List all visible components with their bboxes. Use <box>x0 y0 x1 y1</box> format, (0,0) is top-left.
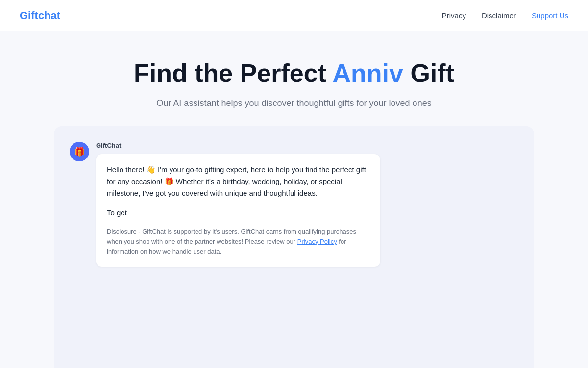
hero-subtitle: Our AI assistant helps you discover thou… <box>10 98 578 108</box>
hero-title-end: Gift <box>403 59 454 87</box>
chat-section: 🎁 GiftChat Hello there! 👋 I'm your go-to… <box>0 126 588 368</box>
chat-bubble: Hello there! 👋 I'm your go-to gifting ex… <box>96 154 380 267</box>
nav-links: Privacy Disclaimer Support Us <box>442 11 568 20</box>
nav-link-privacy[interactable]: Privacy <box>442 11 466 20</box>
chat-message-row: 🎁 GiftChat Hello there! 👋 I'm your go-to… <box>70 142 518 267</box>
hero-section: Find the Perfect Anniv Gift Our AI assis… <box>0 31 588 126</box>
chat-container: 🎁 GiftChat Hello there! 👋 I'm your go-to… <box>54 126 534 368</box>
nav-link-disclaimer[interactable]: Disclaimer <box>482 11 516 20</box>
logo[interactable]: Giftchat <box>20 9 60 22</box>
chat-sender-name: GiftChat <box>96 142 380 149</box>
chat-bubble-wrapper: GiftChat Hello there! 👋 I'm your go-to g… <box>96 142 380 267</box>
gift-icon: 🎁 <box>74 146 85 157</box>
support-us-button[interactable]: Support Us <box>532 11 568 20</box>
privacy-policy-link[interactable]: Privacy Policy <box>297 238 337 245</box>
hero-title: Find the Perfect Anniv Gift <box>10 59 578 88</box>
avatar: 🎁 <box>70 142 89 161</box>
hero-title-highlight: Anniv <box>333 59 403 87</box>
navbar: Giftchat Privacy Disclaimer Support Us <box>0 0 588 31</box>
chat-message-secondary: To get <box>107 207 369 219</box>
chat-disclosure: Disclosure - GiftChat is supported by it… <box>107 227 369 257</box>
chat-message-main: Hello there! 👋 I'm your go-to gifting ex… <box>107 164 369 199</box>
hero-title-start: Find the Perfect <box>134 59 332 87</box>
